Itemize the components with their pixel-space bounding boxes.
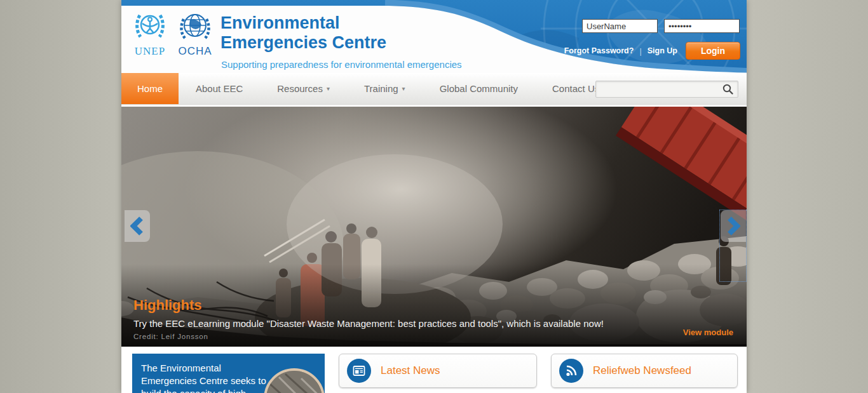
chevron-down-icon: ▾: [402, 85, 405, 92]
site-header: UNEP OCHA Environmental Emergenc: [121, 0, 747, 73]
chevron-right-icon: [726, 216, 740, 236]
rss-icon: [564, 364, 578, 378]
site-title-line2: Emergencies Centre: [220, 33, 386, 53]
intro-photo-circle: [264, 368, 325, 393]
hero-carousel: Highlights Try the EEC eLearning module …: [121, 107, 747, 347]
password-input[interactable]: [664, 19, 740, 33]
login-separator: |: [639, 46, 641, 56]
search-icon[interactable]: [722, 83, 734, 95]
chevron-left-icon: [130, 216, 144, 236]
nav-item-contact-label: Contact Us: [552, 83, 599, 94]
highlights-text: Try the EEC eLearning module "Disaster W…: [133, 318, 734, 329]
view-module-link[interactable]: View module: [683, 328, 733, 337]
unep-label: UNEP: [130, 45, 170, 58]
nav-item-home[interactable]: Home: [121, 73, 179, 104]
photo-credit: Credit: Leif Jonsson: [133, 333, 734, 340]
reliefweb-icon-circle: [559, 359, 583, 383]
forgot-password-link[interactable]: Forgot Password?: [564, 46, 634, 55]
carousel-next-button[interactable]: [721, 210, 746, 242]
bottom-section: The Environmental Emergencies Centre see…: [121, 347, 747, 393]
debris-photo-thumbnail: [266, 371, 325, 393]
ocha-logo[interactable]: OCHA: [175, 11, 215, 58]
search-input[interactable]: [595, 81, 738, 98]
ocha-emblem-icon: [177, 11, 213, 44]
login-button[interactable]: Login: [686, 42, 740, 60]
unep-emblem-icon: [133, 11, 166, 44]
page-container: UNEP OCHA Environmental Emergenc: [121, 0, 747, 393]
search-box: [595, 81, 738, 98]
highlights-heading: Highlights: [133, 297, 734, 314]
latest-news-label: Latest News: [381, 364, 440, 377]
nav-item-resources-label: Resources: [277, 83, 323, 94]
username-input[interactable]: [582, 19, 658, 33]
nav-item-about-label: About EEC: [196, 83, 243, 94]
sign-up-link[interactable]: Sign Up: [648, 46, 677, 55]
unep-logo[interactable]: UNEP: [130, 11, 170, 58]
ocha-label: OCHA: [175, 45, 215, 58]
nav-item-resources[interactable]: Resources ▾: [260, 73, 347, 104]
nav-item-training-label: Training: [364, 83, 398, 94]
nav-item-about-eec[interactable]: About EEC: [179, 73, 260, 104]
nav-item-home-label: Home: [137, 83, 163, 94]
main-nav: Home About EEC Resources ▾ Training ▾ Gl…: [121, 73, 747, 105]
site-title: Environmental Emergencies Centre: [220, 13, 386, 53]
login-actions: Forgot Password? | Sign Up Login: [564, 42, 740, 60]
site-tagline: Supporting preparedness for environmenta…: [221, 59, 462, 70]
reliefweb-newsfeed-panel[interactable]: Reliefweb Newsfeed: [551, 354, 738, 388]
carousel-prev-button[interactable]: [125, 210, 150, 242]
latest-news-panel[interactable]: Latest News: [339, 354, 537, 388]
nav-item-global-community[interactable]: Global Community: [423, 73, 535, 104]
intro-box: The Environmental Emergencies Centre see…: [132, 354, 325, 393]
carousel-caption: Highlights Try the EEC eLearning module …: [121, 297, 747, 347]
nav-item-global-community-label: Global Community: [440, 83, 518, 94]
login-fields: [582, 19, 740, 33]
intro-text: The Environmental Emergencies Centre see…: [141, 362, 269, 393]
chevron-down-icon: ▾: [327, 85, 330, 92]
site-title-line1: Environmental: [220, 13, 386, 33]
newspaper-icon: [352, 364, 366, 378]
reliefweb-label: Reliefweb Newsfeed: [593, 364, 691, 377]
nav-item-training[interactable]: Training ▾: [347, 73, 423, 104]
latest-news-icon-circle: [347, 359, 371, 383]
